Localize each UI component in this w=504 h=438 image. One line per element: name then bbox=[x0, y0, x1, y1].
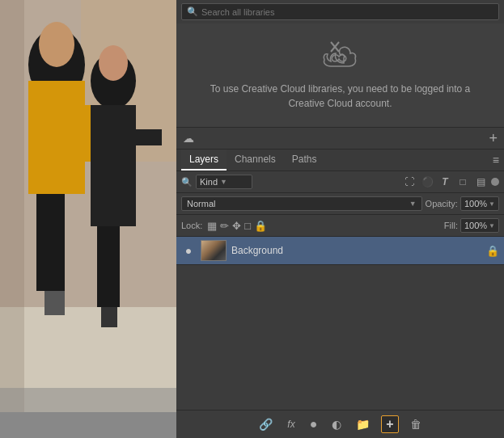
libraries-search-row: 🔍 bbox=[176, 0, 504, 23]
photo-image bbox=[0, 0, 176, 438]
svg-rect-11 bbox=[97, 226, 120, 307]
bottom-toolbar: 🔗 fx ● ◐ 📁 + 🗑 bbox=[176, 410, 504, 438]
photo-panel: ▶ bbox=[0, 0, 176, 438]
kind-row: 🔍 Kind ▼ ⛶ ⚫ T □ ▤ bbox=[176, 171, 504, 193]
tabs-bar: Layers Channels Paths ≡ bbox=[176, 150, 504, 171]
link-layers-button[interactable]: 🔗 bbox=[256, 416, 276, 432]
add-panel-button[interactable]: + bbox=[489, 131, 498, 145]
lock-label: Lock: bbox=[181, 221, 202, 230]
tab-menu-button[interactable]: ≡ bbox=[493, 154, 499, 166]
layer-lock-icon: 🔒 bbox=[486, 245, 499, 257]
adjustment-layer-icon[interactable]: ⚫ bbox=[420, 176, 434, 187]
right-panel: 🔍 To use Creative Cloud libraries, you n… bbox=[176, 0, 504, 438]
blend-row: Normal ▼ Opacity: 100% ▼ bbox=[176, 193, 504, 215]
layers-panel: Layers Channels Paths ≡ 🔍 Kind ▼ ⛶ ⚫ T □… bbox=[176, 150, 504, 438]
svg-rect-14 bbox=[125, 129, 162, 145]
tab-layers[interactable]: Layers bbox=[181, 150, 227, 171]
svg-rect-16 bbox=[0, 388, 176, 412]
fill-group: Fill: 100% ▼ bbox=[444, 218, 499, 233]
new-layer-button[interactable]: + bbox=[381, 415, 398, 433]
layer-visibility-toggle[interactable]: ● bbox=[181, 244, 196, 257]
blend-mode-arrow: ▼ bbox=[409, 200, 417, 208]
lock-paint-icon[interactable]: ✏ bbox=[220, 220, 229, 232]
svg-rect-8 bbox=[77, 105, 91, 162]
svg-rect-15 bbox=[0, 0, 24, 412]
shape-layer-icon[interactable]: □ bbox=[455, 176, 470, 187]
table-row[interactable]: ● Background 🔒 bbox=[176, 237, 504, 265]
fx-button[interactable]: fx bbox=[284, 417, 298, 432]
lock-all-icon[interactable]: 🔒 bbox=[254, 220, 267, 232]
folder-button[interactable]: 📁 bbox=[353, 416, 373, 432]
fill-value-text: 100% bbox=[464, 221, 487, 230]
add-mask-button[interactable]: ● bbox=[307, 415, 321, 433]
layer-thumbnail bbox=[201, 240, 227, 261]
layer-name-text: Background bbox=[231, 245, 481, 256]
fill-input[interactable]: 100% ▼ bbox=[460, 218, 499, 233]
cc-libraries-content: To use Creative Cloud libraries, you nee… bbox=[176, 23, 504, 127]
opacity-label: Opacity: bbox=[426, 199, 458, 208]
opacity-value-text: 100% bbox=[464, 199, 487, 208]
lock-move-icon[interactable]: ✥ bbox=[232, 220, 241, 232]
smart-object-icon[interactable]: ▤ bbox=[473, 176, 488, 187]
svg-rect-6 bbox=[44, 291, 65, 315]
svg-point-7 bbox=[39, 22, 74, 67]
lock-transparent-icon[interactable]: ▦ bbox=[207, 220, 217, 232]
adjustment-button[interactable]: ◐ bbox=[328, 416, 345, 432]
lock-row: Lock: ▦ ✏ ✥ □ 🔒 Fill: 100% ▼ bbox=[176, 215, 504, 237]
panel-top-bar-left: ☁ bbox=[183, 132, 194, 145]
lock-icons: ▦ ✏ ✥ □ 🔒 bbox=[207, 220, 267, 232]
type-layer-icon[interactable]: T bbox=[438, 176, 452, 187]
search-icon: 🔍 bbox=[187, 6, 198, 17]
opacity-input[interactable]: 100% ▼ bbox=[460, 196, 499, 211]
svg-rect-12 bbox=[101, 307, 117, 327]
kind-icons: ⛶ ⚫ T □ ▤ bbox=[402, 176, 499, 187]
opacity-group: Opacity: 100% ▼ bbox=[426, 196, 499, 211]
svg-point-13 bbox=[99, 45, 128, 81]
delete-layer-button[interactable]: 🗑 bbox=[407, 416, 425, 432]
libraries-search-box[interactable]: 🔍 bbox=[181, 3, 499, 20]
svg-rect-10 bbox=[91, 105, 136, 226]
kind-select[interactable]: Kind ▼ bbox=[196, 175, 252, 189]
cc-cloud-icon bbox=[320, 40, 361, 72]
cc-message-text: To use Creative Cloud libraries, you nee… bbox=[201, 82, 480, 111]
tab-channels[interactable]: Channels bbox=[227, 150, 284, 171]
kind-label: Kind bbox=[200, 177, 218, 187]
tab-paths[interactable]: Paths bbox=[284, 150, 325, 171]
libraries-search-input[interactable] bbox=[201, 7, 493, 17]
layer-thumb-inner bbox=[201, 241, 226, 260]
lock-artboard-icon[interactable]: □ bbox=[244, 220, 251, 232]
kind-dropdown-arrow: ▼ bbox=[220, 178, 227, 186]
fill-arrow: ▼ bbox=[489, 222, 495, 230]
svg-rect-4 bbox=[28, 81, 85, 194]
photo-svg bbox=[0, 0, 176, 412]
svg-rect-5 bbox=[36, 194, 65, 291]
blend-mode-select[interactable]: Normal ▼ bbox=[181, 196, 422, 211]
panel-top-bar: ☁ + bbox=[176, 127, 504, 150]
fill-label: Fill: bbox=[444, 221, 458, 230]
filter-circle-icon bbox=[491, 178, 499, 186]
layer-list: ● Background 🔒 bbox=[176, 237, 504, 410]
search-kind-icon: 🔍 bbox=[181, 177, 193, 187]
opacity-arrow: ▼ bbox=[489, 200, 495, 208]
pixel-layer-icon[interactable]: ⛶ bbox=[402, 176, 417, 187]
cloud-icon[interactable]: ☁ bbox=[183, 132, 194, 145]
blend-mode-label: Normal bbox=[187, 199, 215, 208]
